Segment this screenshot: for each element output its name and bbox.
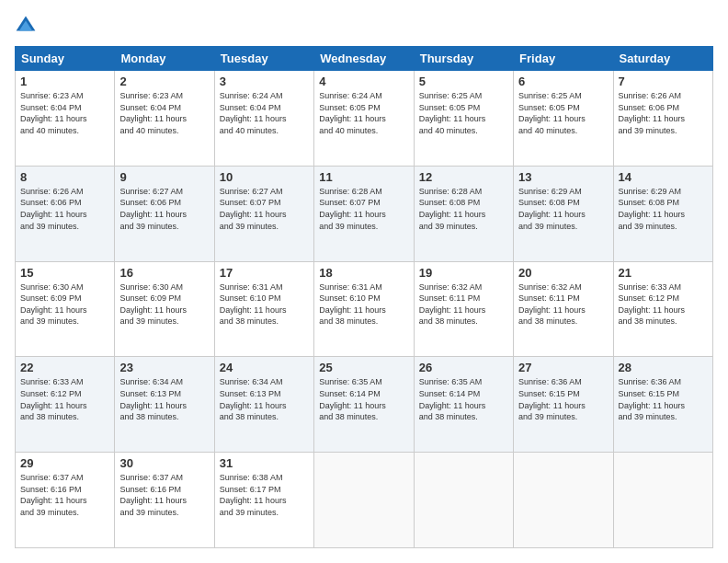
day-number: 31 <box>220 456 309 470</box>
calendar-cell: 4Sunrise: 6:24 AM Sunset: 6:05 PM Daylig… <box>314 71 414 167</box>
day-number: 23 <box>119 361 209 374</box>
cell-text: Sunrise: 6:37 AM Sunset: 6:16 PM Dayligh… <box>119 472 209 518</box>
weekday-header-sunday: Sunday <box>16 47 115 71</box>
cell-text: Sunrise: 6:33 AM Sunset: 6:12 PM Dayligh… <box>20 376 109 422</box>
calendar-cell: 8Sunrise: 6:26 AM Sunset: 6:06 PM Daylig… <box>16 166 115 261</box>
day-number: 12 <box>419 170 508 184</box>
weekday-header-saturday: Saturday <box>613 47 712 71</box>
day-number: 9 <box>119 170 209 184</box>
week-row-4: 22Sunrise: 6:33 AM Sunset: 6:12 PM Dayli… <box>16 357 713 453</box>
calendar-table: SundayMondayTuesdayWednesdayThursdayFrid… <box>15 46 713 548</box>
logo-icon <box>15 15 37 37</box>
calendar-cell: 3Sunrise: 6:24 AM Sunset: 6:04 PM Daylig… <box>214 71 313 167</box>
cell-text: Sunrise: 6:25 AM Sunset: 6:05 PM Dayligh… <box>419 90 508 136</box>
cell-text: Sunrise: 6:26 AM Sunset: 6:06 PM Dayligh… <box>20 186 109 232</box>
day-number: 14 <box>619 170 708 184</box>
calendar-cell <box>613 453 712 548</box>
day-number: 15 <box>20 266 109 280</box>
day-number: 5 <box>419 75 508 88</box>
cell-text: Sunrise: 6:37 AM Sunset: 6:16 PM Dayligh… <box>20 472 109 518</box>
calendar-cell <box>314 453 414 548</box>
cell-text: Sunrise: 6:33 AM Sunset: 6:12 PM Dayligh… <box>619 282 708 327</box>
cell-text: Sunrise: 6:36 AM Sunset: 6:15 PM Dayligh… <box>518 376 608 422</box>
day-number: 7 <box>619 75 708 88</box>
calendar-cell: 10Sunrise: 6:27 AM Sunset: 6:07 PM Dayli… <box>214 166 313 261</box>
calendar-cell: 7Sunrise: 6:26 AM Sunset: 6:06 PM Daylig… <box>613 71 712 167</box>
weekday-header-monday: Monday <box>115 47 214 71</box>
cell-text: Sunrise: 6:31 AM Sunset: 6:10 PM Dayligh… <box>319 282 408 327</box>
day-number: 2 <box>119 75 209 88</box>
day-number: 25 <box>319 361 408 374</box>
day-number: 6 <box>518 75 608 88</box>
calendar-cell: 25Sunrise: 6:35 AM Sunset: 6:14 PM Dayli… <box>314 357 414 453</box>
cell-text: Sunrise: 6:34 AM Sunset: 6:13 PM Dayligh… <box>220 376 309 422</box>
weekday-header-thursday: Thursday <box>414 47 513 71</box>
header <box>15 15 713 37</box>
day-number: 29 <box>20 456 109 470</box>
weekday-header-friday: Friday <box>514 47 613 71</box>
week-row-3: 15Sunrise: 6:30 AM Sunset: 6:09 PM Dayli… <box>16 261 713 357</box>
calendar-cell: 23Sunrise: 6:34 AM Sunset: 6:13 PM Dayli… <box>115 357 214 453</box>
calendar-cell: 17Sunrise: 6:31 AM Sunset: 6:10 PM Dayli… <box>214 261 313 357</box>
day-number: 18 <box>319 266 408 280</box>
calendar-cell: 29Sunrise: 6:37 AM Sunset: 6:16 PM Dayli… <box>16 453 115 548</box>
calendar-cell: 28Sunrise: 6:36 AM Sunset: 6:15 PM Dayli… <box>613 357 712 453</box>
cell-text: Sunrise: 6:27 AM Sunset: 6:07 PM Dayligh… <box>220 186 309 232</box>
weekday-header-row: SundayMondayTuesdayWednesdayThursdayFrid… <box>16 47 713 71</box>
day-number: 16 <box>119 266 209 280</box>
day-number: 22 <box>20 361 109 374</box>
week-row-5: 29Sunrise: 6:37 AM Sunset: 6:16 PM Dayli… <box>16 453 713 548</box>
cell-text: Sunrise: 6:31 AM Sunset: 6:10 PM Dayligh… <box>220 282 309 327</box>
calendar-cell <box>514 453 613 548</box>
cell-text: Sunrise: 6:25 AM Sunset: 6:05 PM Dayligh… <box>518 90 608 136</box>
logo <box>15 15 40 37</box>
cell-text: Sunrise: 6:23 AM Sunset: 6:04 PM Dayligh… <box>20 90 109 136</box>
calendar-cell: 24Sunrise: 6:34 AM Sunset: 6:13 PM Dayli… <box>214 357 313 453</box>
calendar-cell: 15Sunrise: 6:30 AM Sunset: 6:09 PM Dayli… <box>16 261 115 357</box>
day-number: 8 <box>20 170 109 184</box>
page: SundayMondayTuesdayWednesdayThursdayFrid… <box>0 0 728 563</box>
day-number: 30 <box>119 456 209 470</box>
cell-text: Sunrise: 6:26 AM Sunset: 6:06 PM Dayligh… <box>619 90 708 136</box>
calendar-cell: 20Sunrise: 6:32 AM Sunset: 6:11 PM Dayli… <box>514 261 613 357</box>
cell-text: Sunrise: 6:28 AM Sunset: 6:08 PM Dayligh… <box>419 186 508 232</box>
cell-text: Sunrise: 6:32 AM Sunset: 6:11 PM Dayligh… <box>518 282 608 327</box>
day-number: 4 <box>319 75 408 88</box>
cell-text: Sunrise: 6:29 AM Sunset: 6:08 PM Dayligh… <box>518 186 608 232</box>
week-row-2: 8Sunrise: 6:26 AM Sunset: 6:06 PM Daylig… <box>16 166 713 261</box>
calendar-cell: 19Sunrise: 6:32 AM Sunset: 6:11 PM Dayli… <box>414 261 513 357</box>
day-number: 10 <box>220 170 309 184</box>
calendar-cell: 14Sunrise: 6:29 AM Sunset: 6:08 PM Dayli… <box>613 166 712 261</box>
calendar-cell: 13Sunrise: 6:29 AM Sunset: 6:08 PM Dayli… <box>514 166 613 261</box>
calendar-cell: 26Sunrise: 6:35 AM Sunset: 6:14 PM Dayli… <box>414 357 513 453</box>
calendar-cell: 22Sunrise: 6:33 AM Sunset: 6:12 PM Dayli… <box>16 357 115 453</box>
cell-text: Sunrise: 6:24 AM Sunset: 6:04 PM Dayligh… <box>220 90 309 136</box>
cell-text: Sunrise: 6:34 AM Sunset: 6:13 PM Dayligh… <box>119 376 209 422</box>
day-number: 21 <box>619 266 708 280</box>
cell-text: Sunrise: 6:30 AM Sunset: 6:09 PM Dayligh… <box>20 282 109 327</box>
weekday-header-wednesday: Wednesday <box>314 47 414 71</box>
day-number: 19 <box>419 266 508 280</box>
calendar-cell: 21Sunrise: 6:33 AM Sunset: 6:12 PM Dayli… <box>613 261 712 357</box>
day-number: 13 <box>518 170 608 184</box>
calendar-cell: 31Sunrise: 6:38 AM Sunset: 6:17 PM Dayli… <box>214 453 313 548</box>
week-row-1: 1Sunrise: 6:23 AM Sunset: 6:04 PM Daylig… <box>16 71 713 167</box>
cell-text: Sunrise: 6:29 AM Sunset: 6:08 PM Dayligh… <box>619 186 708 232</box>
calendar-cell: 27Sunrise: 6:36 AM Sunset: 6:15 PM Dayli… <box>514 357 613 453</box>
cell-text: Sunrise: 6:27 AM Sunset: 6:06 PM Dayligh… <box>119 186 209 232</box>
cell-text: Sunrise: 6:30 AM Sunset: 6:09 PM Dayligh… <box>119 282 209 327</box>
cell-text: Sunrise: 6:36 AM Sunset: 6:15 PM Dayligh… <box>619 376 708 422</box>
day-number: 1 <box>20 75 109 88</box>
calendar-cell <box>414 453 513 548</box>
weekday-header-tuesday: Tuesday <box>214 47 313 71</box>
day-number: 11 <box>319 170 408 184</box>
day-number: 26 <box>419 361 508 374</box>
calendar-cell: 30Sunrise: 6:37 AM Sunset: 6:16 PM Dayli… <box>115 453 214 548</box>
day-number: 28 <box>619 361 708 374</box>
calendar-cell: 6Sunrise: 6:25 AM Sunset: 6:05 PM Daylig… <box>514 71 613 167</box>
day-number: 27 <box>518 361 608 374</box>
calendar-cell: 1Sunrise: 6:23 AM Sunset: 6:04 PM Daylig… <box>16 71 115 167</box>
calendar-cell: 12Sunrise: 6:28 AM Sunset: 6:08 PM Dayli… <box>414 166 513 261</box>
calendar-cell: 16Sunrise: 6:30 AM Sunset: 6:09 PM Dayli… <box>115 261 214 357</box>
cell-text: Sunrise: 6:35 AM Sunset: 6:14 PM Dayligh… <box>419 376 508 422</box>
